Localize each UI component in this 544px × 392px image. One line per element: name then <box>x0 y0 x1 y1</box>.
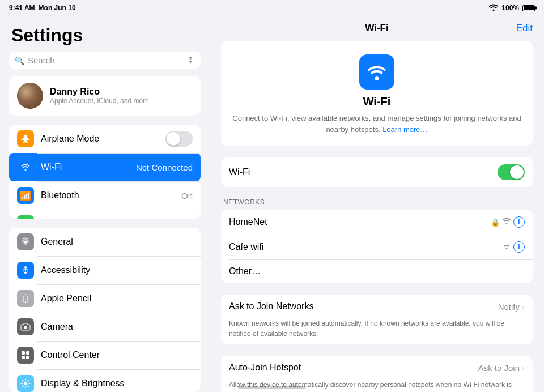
svg-rect-7 <box>22 351 25 355</box>
edit-button[interactable]: Edit <box>516 23 533 34</box>
microphone-icon: 🎙 <box>187 56 195 65</box>
settings-group-connectivity: Airplane Mode Wi-Fi Not Connected <box>9 125 201 219</box>
svg-rect-10 <box>26 356 29 359</box>
svg-line-17 <box>28 386 29 387</box>
accessibility-label: Accessibility <box>41 265 193 275</box>
search-icon: 🔍 <box>15 56 24 65</box>
auto-join-row[interactable]: Auto-Join Hotspot Ask to Join › <box>229 356 525 380</box>
svg-point-6 <box>24 326 27 329</box>
auto-join-title: Auto-Join Hotspot <box>229 363 301 373</box>
profile-name: Danny Rico <box>50 87 149 97</box>
wifi-signal-icon <box>502 218 511 227</box>
network-name-cafewifi: Cafe wifi <box>229 242 498 252</box>
search-placeholder: Search <box>28 56 184 65</box>
wifi-hero-card: Wi-Fi Connect to Wi-Fi, view available n… <box>221 41 533 146</box>
cafewifi-info-button[interactable]: i <box>513 241 525 253</box>
auto-join-chevron: › <box>522 363 525 373</box>
networks-card: HomeNet 🔒 i <box>221 210 533 283</box>
battery-percent: 100% <box>502 4 519 12</box>
panel-content: Wi-Fi Connect to Wi-Fi, view available n… <box>210 41 544 392</box>
ask-to-join-value: Notify <box>498 302 520 312</box>
ask-to-join-title: Ask to Join Networks <box>229 301 313 312</box>
wifi-toggle-label: Wi-Fi <box>229 167 250 177</box>
cafe-wifi-signal-icon <box>502 243 511 252</box>
avatar-image <box>17 83 43 109</box>
wifi-toggle-row: Wi-Fi <box>229 157 525 187</box>
wifi-hero-icon <box>359 54 394 90</box>
auto-join-description: Allow this device to automatically disco… <box>229 380 525 392</box>
sidebar-item-general[interactable]: General <box>9 228 201 256</box>
airplane-label: Airplane Mode <box>41 134 159 144</box>
lock-icon: 🔒 <box>491 218 500 227</box>
sidebar-item-wifi[interactable]: Wi-Fi Not Connected <box>9 153 201 181</box>
camera-icon <box>17 318 34 335</box>
general-icon <box>17 233 34 250</box>
wifi-value: Not Connected <box>136 163 193 172</box>
network-icons-cafewifi: i <box>502 241 525 253</box>
wifi-toggle-card: Wi-Fi <box>221 157 533 187</box>
panel-title: Wi-Fi <box>365 23 388 34</box>
status-bar-left: 9:41 AM Mon Jun 10 <box>9 4 76 12</box>
svg-line-18 <box>28 380 29 381</box>
wifi-hero-description: Connect to Wi-Fi, view available network… <box>232 113 521 135</box>
sidebar-item-bluetooth[interactable]: 📶 Bluetooth On <box>9 181 201 210</box>
airplane-toggle[interactable] <box>165 131 193 147</box>
sidebar-item-applepencil[interactable]: Apple Pencil <box>9 284 201 313</box>
airplane-icon <box>17 130 34 147</box>
controlcenter-label: Control Center <box>41 350 193 360</box>
ask-to-join-chevron: › <box>522 302 525 312</box>
display-icon <box>17 375 34 392</box>
wifi-icon <box>489 4 498 12</box>
sidebar-item-camera[interactable]: Camera <box>9 313 201 341</box>
ask-to-join-row[interactable]: Ask to Join Networks Notify › <box>229 295 525 318</box>
svg-point-11 <box>24 382 27 385</box>
home-indicator <box>238 386 306 389</box>
sidebar-item-display[interactable]: Display & Brightness <box>9 369 201 392</box>
wifi-label: Wi-Fi <box>41 162 129 172</box>
accessibility-icon <box>17 262 34 279</box>
bluetooth-label: Bluetooth <box>41 190 175 201</box>
bluetooth-icon: 📶 <box>17 187 34 204</box>
sidebar-item-battery[interactable]: Battery <box>9 210 201 219</box>
sidebar-item-controlcenter[interactable]: Control Center <box>9 341 201 369</box>
controlcenter-icon <box>17 347 34 364</box>
settings-list: Airplane Mode Wi-Fi Not Connected <box>0 125 210 392</box>
svg-line-16 <box>22 380 23 381</box>
network-name-other: Other… <box>229 266 525 276</box>
wifi-settings-icon <box>17 159 34 176</box>
svg-line-19 <box>22 386 23 387</box>
svg-point-4 <box>24 266 27 269</box>
ask-to-join-card: Ask to Join Networks Notify › Known netw… <box>221 295 533 344</box>
wifi-hero-title: Wi-Fi <box>232 95 521 108</box>
wifi-toggle[interactable] <box>498 164 525 180</box>
camera-label: Camera <box>41 322 193 332</box>
auto-join-value: Ask to Join <box>478 363 520 373</box>
sidebar-title: Settings <box>0 16 210 52</box>
main-panel: Wi-Fi Edit Wi-Fi Connect to Wi-Fi, view … <box>210 16 544 392</box>
network-icons-homenet: 🔒 i <box>491 216 525 228</box>
sidebar-item-accessibility[interactable]: Accessibility <box>9 256 201 284</box>
sidebar-item-airplane[interactable]: Airplane Mode <box>9 125 201 153</box>
network-row-other[interactable]: Other… <box>221 259 533 283</box>
status-time: 9:41 AM <box>9 4 35 12</box>
profile-subtitle: Apple Account, iCloud, and more <box>50 97 149 105</box>
networks-section-label: NETWORKS <box>221 198 533 206</box>
profile-row[interactable]: Danny Rico Apple Account, iCloud, and mo… <box>9 76 201 116</box>
settings-group-general: General Accessibility <box>9 228 201 392</box>
homenet-info-button[interactable]: i <box>513 216 525 228</box>
sidebar: Settings 🔍 Search 🎙 Danny Rico Apple Acc… <box>0 16 210 392</box>
ask-to-join-right: Notify › <box>498 302 525 312</box>
search-bar[interactable]: 🔍 Search 🎙 <box>9 52 201 69</box>
learn-more-link[interactable]: Learn more… <box>382 125 427 134</box>
status-bar-right: 100% <box>489 4 535 12</box>
profile-info: Danny Rico Apple Account, iCloud, and mo… <box>50 87 149 105</box>
network-row-cafewifi[interactable]: Cafe wifi i <box>221 235 533 259</box>
applepencil-icon <box>17 290 34 307</box>
battery-fill <box>524 6 534 10</box>
status-date: Mon Jun 10 <box>39 4 76 12</box>
network-row-homenet[interactable]: HomeNet 🔒 i <box>221 210 533 235</box>
panel-header: Wi-Fi Edit <box>210 16 544 41</box>
bluetooth-value: On <box>181 191 193 201</box>
battery-icon <box>522 5 535 11</box>
avatar <box>17 83 43 109</box>
